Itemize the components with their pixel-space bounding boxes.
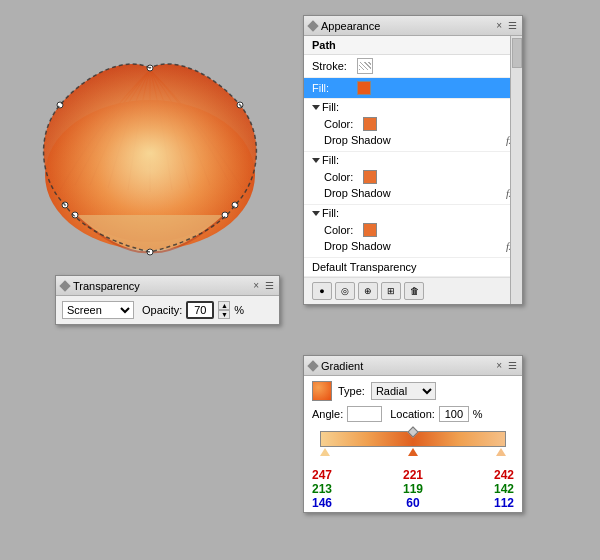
default-transparency-row: Default Transparency xyxy=(304,258,522,277)
stop-left-g: 213 xyxy=(312,482,332,496)
stroke-label: Stroke: xyxy=(312,60,357,72)
delete-button[interactable]: 🗑 xyxy=(404,282,424,300)
blend-mode-select[interactable]: Screen Normal Multiply Overlay xyxy=(62,301,134,319)
default-transparency-label: Default Transparency xyxy=(312,261,417,273)
stroke-icon[interactable] xyxy=(357,58,373,74)
opacity-percent: % xyxy=(234,304,244,316)
stroke-pattern xyxy=(359,62,371,70)
appearance-close-button[interactable]: × xyxy=(496,20,502,31)
shell-artwork xyxy=(20,20,280,270)
location-input[interactable] xyxy=(439,406,469,422)
transparency-menu-icon[interactable]: ☰ xyxy=(265,280,274,291)
fill-section-3-dropshadow-label: Drop Shadow xyxy=(324,240,391,252)
appearance-panel: Appearance × ☰ Path Stroke: Fill: Fill: xyxy=(303,15,523,305)
stop-right-values: 242 142 112 xyxy=(494,468,514,510)
fill-section-2-dropshadow-label: Drop Shadow xyxy=(324,187,391,199)
gradient-diamond-icon xyxy=(307,360,318,371)
gradient-close-button[interactable]: × xyxy=(496,360,502,371)
stop-left-b: 146 xyxy=(312,496,332,510)
fill-section-1-color-label: Color: xyxy=(324,118,359,130)
color-values-row: 247 213 146 221 119 60 242 142 112 xyxy=(304,466,522,512)
gradient-slider[interactable] xyxy=(312,427,514,457)
fill-section-1-dropshadow-label: Drop Shadow xyxy=(324,134,391,146)
fill-section-1-color-row: Color: xyxy=(324,115,514,133)
gradient-type-row: Type: Radial Linear xyxy=(312,381,514,401)
move-button[interactable]: ⊞ xyxy=(381,282,401,300)
stop-left-values: 247 213 146 xyxy=(312,468,332,510)
stop-left-r: 247 xyxy=(312,468,332,482)
fill-section-3-swatch[interactable] xyxy=(363,223,377,237)
fill-section-1-body: Color: Drop Shadow fx xyxy=(304,115,522,151)
stop-mid-b: 60 xyxy=(406,496,419,510)
opacity-label: Opacity: xyxy=(142,304,182,316)
fill-section-2-header: Fill: xyxy=(304,152,522,168)
fill-color-swatch-main[interactable] xyxy=(357,81,371,95)
gradient-stop-left[interactable] xyxy=(320,448,330,456)
gradient-stop-mid[interactable] xyxy=(408,448,418,456)
path-row: Path xyxy=(304,36,522,55)
opacity-input[interactable] xyxy=(186,301,214,319)
duplicate-button[interactable]: ⊕ xyxy=(358,282,378,300)
fill-section-1: Fill: Color: Drop Shadow fx xyxy=(304,99,522,152)
location-label: Location: xyxy=(390,408,435,420)
gradient-panel: Gradient × ☰ Type: Radial Linear Angle: … xyxy=(303,355,523,513)
appearance-content: Path Stroke: Fill: Fill: Color: xyxy=(304,36,522,304)
appearance-diamond-icon xyxy=(307,20,318,31)
fill-section-3-label: Fill: xyxy=(322,207,339,219)
stop-right-b: 112 xyxy=(494,496,514,510)
fill-highlighted-label: Fill: xyxy=(312,82,357,94)
gradient-titlebar: Gradient × ☰ xyxy=(304,356,522,376)
appearance-titlebar: Appearance × ☰ xyxy=(304,16,522,36)
transparency-diamond-icon xyxy=(59,280,70,291)
gradient-title: Gradient xyxy=(321,360,363,372)
stop-mid-values: 221 119 60 xyxy=(403,468,423,510)
transparency-titlebar: Transparency × ☰ xyxy=(56,276,279,296)
angle-location-row: Angle: Location: % xyxy=(312,406,514,422)
angle-label: Angle: xyxy=(312,408,343,420)
fill-section-2: Fill: Color: Drop Shadow fx xyxy=(304,152,522,205)
angle-input[interactable] xyxy=(347,406,382,422)
fill-section-1-swatch[interactable] xyxy=(363,117,377,131)
fill-section-1-dropshadow-row: Drop Shadow fx xyxy=(324,133,514,147)
add-effect-button[interactable]: ◎ xyxy=(335,282,355,300)
appearance-icons-row: ● ◎ ⊕ ⊞ 🗑 xyxy=(304,277,522,304)
fill-section-3: Fill: Color: Drop Shadow fx xyxy=(304,205,522,258)
fill-highlighted-row[interactable]: Fill: xyxy=(304,78,522,99)
fill-section-3-color-row: Color: xyxy=(324,221,514,239)
gradient-stop-right[interactable] xyxy=(496,448,506,456)
fill-section-2-color-row: Color: xyxy=(324,168,514,186)
opacity-increment-button[interactable]: ▲ xyxy=(218,301,230,310)
visibility-button[interactable]: ● xyxy=(312,282,332,300)
fill-section-2-swatch[interactable] xyxy=(363,170,377,184)
appearance-scrollbar[interactable] xyxy=(510,36,522,304)
fill-section-2-label: Fill: xyxy=(322,154,339,166)
transparency-panel: Transparency × ☰ Screen Normal Multiply … xyxy=(55,275,280,325)
stop-right-r: 242 xyxy=(494,468,514,482)
stroke-row: Stroke: xyxy=(304,55,522,78)
transparency-title: Transparency xyxy=(73,280,140,292)
fill-section-3-color-label: Color: xyxy=(324,224,359,236)
appearance-menu-icon[interactable]: ☰ xyxy=(508,20,517,31)
fill-section-3-body: Color: Drop Shadow fx xyxy=(304,221,522,257)
appearance-title: Appearance xyxy=(321,20,380,32)
fill-section-2-body: Color: Drop Shadow fx xyxy=(304,168,522,204)
fill-section-2-arrow xyxy=(312,158,320,163)
fill-section-2-dropshadow-row: Drop Shadow fx xyxy=(324,186,514,200)
gradient-type-select[interactable]: Radial Linear xyxy=(371,382,436,400)
stop-mid-g: 119 xyxy=(403,482,423,496)
path-label: Path xyxy=(312,39,336,51)
fill-section-1-label: Fill: xyxy=(322,101,339,113)
opacity-decrement-button[interactable]: ▼ xyxy=(218,310,230,319)
fill-section-1-header: Fill: xyxy=(304,99,522,115)
gradient-type-label: Type: xyxy=(338,385,365,397)
opacity-stepper: ▲ ▼ xyxy=(218,301,230,319)
gradient-midpoint-stop[interactable] xyxy=(409,428,417,436)
fill-section-2-color-label: Color: xyxy=(324,171,359,183)
gradient-menu-icon[interactable]: ☰ xyxy=(508,360,517,371)
fill-section-1-arrow xyxy=(312,105,320,110)
stop-mid-r: 221 xyxy=(403,468,423,482)
transparency-close-button[interactable]: × xyxy=(253,280,259,291)
fill-section-3-dropshadow-row: Drop Shadow fx xyxy=(324,239,514,253)
stop-right-g: 142 xyxy=(494,482,514,496)
gradient-content: Type: Radial Linear Angle: Location: % xyxy=(304,376,522,466)
